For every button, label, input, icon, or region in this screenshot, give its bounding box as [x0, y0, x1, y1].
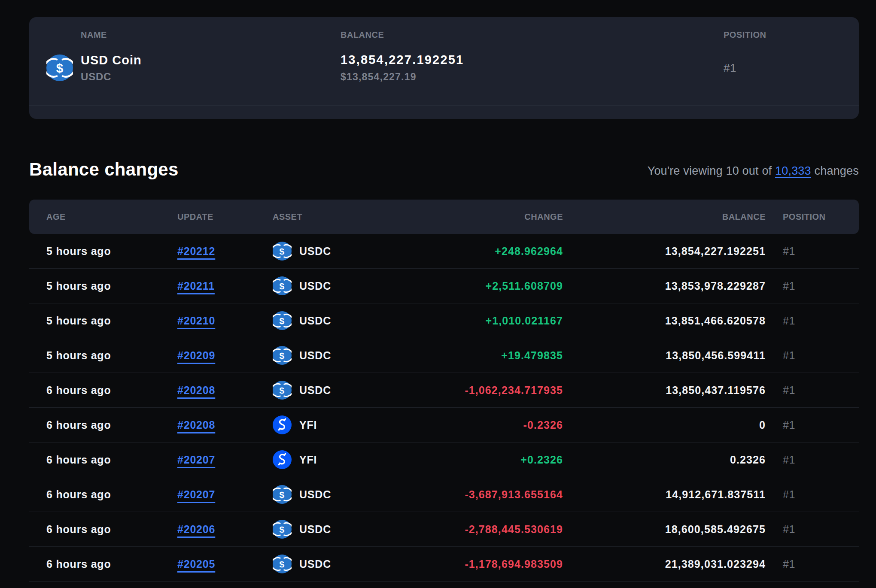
svg-text:$: $ — [279, 490, 285, 500]
row-balance: 13,853,978.229287 — [563, 280, 766, 292]
row-age: 6 hours ago — [29, 419, 177, 431]
row-position: #1 — [766, 245, 859, 258]
row-age: 6 hours ago — [29, 488, 177, 501]
svg-text:$: $ — [279, 316, 285, 326]
svg-text:$: $ — [56, 61, 64, 75]
update-link[interactable]: #20207 — [177, 488, 215, 500]
row-balance: 21,389,031.023294 — [563, 558, 766, 570]
update-link[interactable]: #20208 — [177, 419, 215, 431]
balance-changes-table: AGE UPDATE ASSET CHANGE BALANCE POSITION… — [29, 200, 859, 582]
table-row: 5 hours ago #20210 $ USDC +1,010.021167 … — [29, 303, 859, 338]
row-asset: YFI — [273, 415, 386, 434]
update-link[interactable]: #20212 — [177, 245, 215, 257]
asset-summary-card: NAME BALANCE POSITION $ USD Coin USDC 13… — [29, 17, 859, 119]
row-change: -0.2326 — [386, 419, 563, 431]
asset-symbol: USDC — [81, 71, 142, 83]
svg-text:$: $ — [279, 559, 285, 569]
row-position: #1 — [766, 523, 859, 536]
table-row: 5 hours ago #20212 $ USDC +248.962964 13… — [29, 234, 859, 269]
row-asset: $ USDC — [273, 276, 386, 295]
col-age: AGE — [29, 212, 177, 222]
row-asset-symbol: USDC — [299, 349, 331, 362]
row-position: #1 — [766, 488, 859, 501]
table-row: 5 hours ago #20211 $ USDC +2,511.608709 … — [29, 269, 859, 303]
update-link[interactable]: #20205 — [177, 558, 215, 570]
row-balance: 13,851,466.620578 — [563, 315, 766, 327]
row-update: #20208 — [177, 384, 273, 397]
row-balance: 0.2326 — [563, 454, 766, 466]
table-row: 5 hours ago #20209 $ USDC +19.479835 13,… — [29, 338, 859, 373]
col-balance: BALANCE — [563, 212, 766, 222]
row-change: +1,010.021167 — [386, 315, 563, 327]
table-row: 6 hours ago #20205 $ USDC -1,178,694.983… — [29, 547, 859, 582]
row-age: 5 hours ago — [29, 349, 177, 362]
update-link[interactable]: #20210 — [177, 315, 215, 327]
row-age: 5 hours ago — [29, 315, 177, 327]
row-asset-symbol: USDC — [299, 245, 331, 258]
update-link[interactable]: #20209 — [177, 349, 215, 361]
row-age: 5 hours ago — [29, 280, 177, 292]
row-asset-symbol: USDC — [299, 315, 331, 327]
asset-cell: $ USD Coin USDC — [29, 53, 341, 83]
row-change: +248.962964 — [386, 245, 563, 258]
row-asset: $ USDC — [273, 520, 386, 539]
svg-text:$: $ — [279, 351, 285, 361]
row-asset: $ USDC — [273, 242, 386, 261]
usdc-icon: $ — [273, 276, 292, 295]
row-asset-symbol: USDC — [299, 523, 331, 536]
row-age: 6 hours ago — [29, 558, 177, 570]
table-row: 6 hours ago #20208 $ USDC -1,062,234.717… — [29, 373, 859, 408]
row-age: 6 hours ago — [29, 523, 177, 536]
row-asset: $ USDC — [273, 346, 386, 365]
row-balance: 13,850,456.599411 — [563, 349, 766, 362]
usdc-icon: $ — [273, 311, 292, 330]
col-change: CHANGE — [386, 212, 563, 222]
table-row: 6 hours ago #20206 $ USDC -2,788,445.530… — [29, 512, 859, 547]
row-position: #1 — [766, 280, 859, 292]
viewing-note: You're viewing 10 out of 10,333 changes — [648, 164, 859, 180]
page-title: Balance changes — [29, 159, 179, 180]
row-change: -2,788,445.530619 — [386, 523, 563, 536]
update-link[interactable]: #20207 — [177, 454, 215, 466]
row-change: -1,178,694.983509 — [386, 558, 563, 570]
balance-changes-section-head: Balance changes You're viewing 10 out of… — [29, 159, 859, 180]
row-change: -3,687,913.655164 — [386, 488, 563, 501]
asset-balance-amount: 13,854,227.192251 — [341, 53, 724, 67]
row-position: #1 — [766, 315, 859, 327]
asset-balance-usd: $13,854,227.19 — [341, 71, 724, 83]
row-asset-symbol: USDC — [299, 280, 331, 292]
row-age: 6 hours ago — [29, 454, 177, 466]
row-update: #20211 — [177, 280, 273, 292]
yfi-icon — [273, 450, 292, 469]
asset-position: #1 — [724, 61, 859, 75]
row-update: #20212 — [177, 245, 273, 258]
usdc-icon: $ — [46, 55, 73, 81]
row-update: #20207 — [177, 488, 273, 501]
asset-summary-header: NAME BALANCE POSITION — [29, 17, 859, 40]
card-footer-divider — [29, 105, 859, 119]
total-changes-link[interactable]: 10,333 — [775, 164, 811, 177]
row-change: +2,511.608709 — [386, 280, 563, 292]
update-link[interactable]: #20211 — [177, 280, 215, 292]
asset-name: USD Coin — [81, 53, 142, 67]
table-header: AGE UPDATE ASSET CHANGE BALANCE POSITION — [29, 200, 859, 234]
row-update: #20207 — [177, 454, 273, 466]
viewing-note-suffix: changes — [811, 164, 859, 177]
usdc-icon: $ — [273, 555, 292, 573]
svg-text:$: $ — [279, 385, 285, 395]
row-asset: YFI — [273, 450, 386, 469]
row-asset-symbol: YFI — [299, 419, 317, 431]
row-balance: 14,912,671.837511 — [563, 488, 766, 501]
col-asset: ASSET — [273, 212, 386, 222]
row-age: 5 hours ago — [29, 245, 177, 258]
row-update: #20208 — [177, 419, 273, 431]
update-link[interactable]: #20206 — [177, 523, 215, 535]
row-balance: 0 — [563, 419, 766, 431]
table-row: 6 hours ago #20208 YFI -0.2326 0 #1 — [29, 408, 859, 443]
yfi-icon — [273, 415, 292, 434]
viewing-note-prefix: You're viewing 10 out of — [648, 164, 775, 177]
row-position: #1 — [766, 419, 859, 431]
update-link[interactable]: #20208 — [177, 384, 215, 396]
card-col-position: POSITION — [724, 30, 859, 40]
row-position: #1 — [766, 454, 859, 466]
